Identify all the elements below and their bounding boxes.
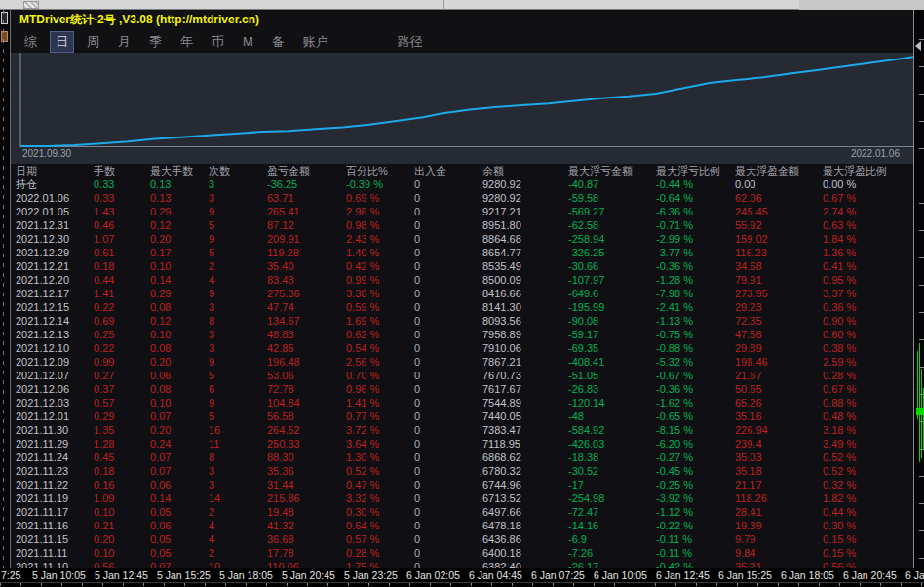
menu-item-M[interactable]: M <box>238 33 258 50</box>
menu-item-路径[interactable]: 路径 <box>393 32 428 52</box>
menu-item-日[interactable]: 日 <box>51 32 73 52</box>
table-body[interactable]: 持仓0.330.133-36.25-0.39 %09280.92-40.87-0… <box>11 177 914 568</box>
row-date: 2022.01.05 <box>16 205 94 218</box>
row-cell: 0.07 <box>150 560 209 568</box>
row-cell: 1.07 <box>94 232 150 246</box>
table-header-row: 日期手数最大手数次数盈亏金额百分比%出入金余额最大浮亏金额最大浮亏比例最大浮盈金… <box>11 164 914 177</box>
row-cell: 0 <box>414 205 482 218</box>
row-cell: 0 <box>414 560 482 568</box>
table-row[interactable]: 2021.11.240.450.07888.301.30 %06868.62-1… <box>11 450 914 464</box>
row-cell: -0.11 % <box>656 546 735 560</box>
row-cell: 0.29 <box>150 205 209 218</box>
row-cell: 8416.66 <box>482 287 568 300</box>
row-cell: 35.36 <box>267 464 346 478</box>
row-cell: -0.27 % <box>656 450 735 464</box>
table-row[interactable]: 2021.11.170.100.05219.480.30 %06497.66-7… <box>11 505 914 519</box>
row-cell: 0 <box>414 314 482 328</box>
table-row[interactable]: 2021.12.171.410.299275.363.38 %08416.66-… <box>11 287 914 300</box>
row-cell: 2 <box>209 546 267 560</box>
row-date: 2022.01.06 <box>16 191 94 205</box>
table-row[interactable]: 2021.12.060.370.08672.780.96 %07617.67-2… <box>11 382 914 396</box>
background-chart-left-edge <box>0 10 10 568</box>
row-cell: 5 <box>209 410 267 423</box>
table-row[interactable]: 2021.11.160.210.06441.320.64 %06478.18-1… <box>11 519 914 532</box>
table-row[interactable]: 2021.11.220.160.06331.440.47 %06744.96-1… <box>11 478 914 491</box>
table-row[interactable]: 2021.11.230.180.07335.360.52 %06780.32-3… <box>11 464 914 478</box>
row-cell: 0.30 % <box>346 505 414 519</box>
row-cell: 7867.21 <box>482 355 568 369</box>
row-cell: 1.30 % <box>346 450 414 464</box>
row-cell: 8654.77 <box>482 246 568 259</box>
column-header: 最大浮亏金额 <box>568 164 656 177</box>
table-row[interactable]: 2021.12.100.220.08342.850.54 %07910.06-6… <box>11 341 914 355</box>
table-row[interactable]: 2021.12.210.180.10235.400.42 %08535.49-3… <box>11 259 914 273</box>
mtdriver-stats-window: MTDriver统计-2号 ,V3.08 (http://mtdriver.cn… <box>10 10 914 568</box>
table-row[interactable]: 2022.01.051.430.299265.412.96 %09217.21-… <box>11 205 914 218</box>
menu-item-年[interactable]: 年 <box>175 32 198 52</box>
row-date: 2021.12.10 <box>16 341 94 355</box>
row-cell: -408.41 <box>568 355 656 369</box>
table-row[interactable]: 2021.11.110.100.05217.780.28 %06400.18-7… <box>11 546 914 560</box>
row-cell: 0 <box>414 437 482 450</box>
table-row[interactable]: 持仓0.330.133-36.25-0.39 %09280.92-40.87-0… <box>11 177 914 191</box>
table-row[interactable]: 2021.12.301.070.209209.912.43 %08864.68-… <box>11 232 914 246</box>
row-cell: 3 <box>209 464 267 478</box>
row-cell: 47.74 <box>267 300 346 314</box>
menu-item-月[interactable]: 月 <box>113 32 135 52</box>
row-cell: 1.84 % <box>823 232 910 246</box>
time-axis-label: 5 Jan 10:05 <box>32 569 86 581</box>
menu-item-币[interactable]: 币 <box>207 32 229 52</box>
menu-item-备[interactable]: 备 <box>267 32 289 52</box>
row-cell: 35.21 <box>735 560 823 568</box>
table-row[interactable]: 2021.11.150.200.05436.680.57 %06436.86-6… <box>11 532 914 546</box>
row-cell: 36.68 <box>267 532 346 546</box>
menu-item-账户[interactable]: 账户 <box>298 32 333 52</box>
table-row[interactable]: 2021.11.191.090.1414215.863.32 %06713.52… <box>11 491 914 505</box>
row-cell: 9.79 <box>735 532 823 546</box>
table-row[interactable]: 2021.12.070.270.06553.060.70 %07670.73-5… <box>11 369 914 382</box>
row-cell: -30.52 <box>568 464 656 478</box>
row-cell: 0.12 <box>150 218 209 232</box>
window-title: MTDriver统计-2号 ,V3.08 (http://mtdriver.cn… <box>11 10 913 29</box>
row-cell: 110.06 <box>267 560 346 568</box>
table-row[interactable]: 2021.11.291.280.2411250.333.64 %07118.95… <box>11 437 914 450</box>
row-cell: 0.67 % <box>823 191 910 205</box>
row-cell: -6.36 % <box>656 205 735 218</box>
row-cell: -26.83 <box>568 382 656 396</box>
menu-item-综[interactable]: 综 <box>19 32 42 52</box>
table-row[interactable]: 2021.11.100.560.0710110.061.75 %06382.40… <box>11 560 914 568</box>
table-row[interactable]: 2021.12.310.460.12587.120.98 %08951.80-6… <box>11 218 914 232</box>
row-cell: 0.27 <box>94 369 150 382</box>
row-cell: -258.94 <box>568 232 656 246</box>
row-cell: -2.99 % <box>656 232 735 246</box>
table-row[interactable]: 2021.12.200.440.14483.430.99 %08500.09-1… <box>11 273 914 287</box>
table-row[interactable]: 2021.12.010.290.07556.580.77 %07440.05-4… <box>11 410 914 423</box>
balance-curve-svg <box>11 53 914 164</box>
table-row[interactable]: 2021.12.090.990.209196.482.56 %07867.21-… <box>11 355 914 369</box>
row-cell: 6780.32 <box>482 464 568 478</box>
row-cell: 0 <box>414 259 482 273</box>
table-row[interactable]: 2021.12.150.220.08347.740.59 %08141.30-1… <box>11 300 914 314</box>
row-cell: 3.18 % <box>823 423 910 437</box>
table-row[interactable]: 2021.12.290.610.175119.281.40 %08654.77-… <box>11 246 914 259</box>
row-cell: 159.02 <box>735 232 823 246</box>
row-cell: 0 <box>414 218 482 232</box>
row-cell: 273.95 <box>735 287 823 300</box>
table-row[interactable]: 2021.12.140.690.128134.671.69 %08093.56-… <box>11 314 914 328</box>
row-cell: -72.47 <box>568 505 656 519</box>
row-cell: 0.08 <box>150 341 209 355</box>
row-cell: -0.44 % <box>656 177 735 191</box>
row-cell: 14 <box>209 491 267 505</box>
row-cell: 0.22 <box>94 341 150 355</box>
menu-item-周[interactable]: 周 <box>82 32 104 52</box>
row-cell: 11 <box>209 437 267 450</box>
table-row[interactable]: 2021.12.030.570.109104.841.41 %07544.89-… <box>11 396 914 410</box>
row-cell: -5.32 % <box>656 355 735 369</box>
row-cell: 4 <box>209 273 267 287</box>
menu-item-季[interactable]: 季 <box>144 32 167 52</box>
table-row[interactable]: 2022.01.060.330.13363.710.69 %09280.92-5… <box>11 191 914 205</box>
table-row[interactable]: 2021.11.301.350.2016264.523.72 %07383.47… <box>11 423 914 437</box>
row-cell: 29.23 <box>735 300 823 314</box>
table-row[interactable]: 2021.12.130.250.10348.830.62 %07958.89-5… <box>11 328 914 341</box>
row-cell: 0.06 <box>150 478 209 491</box>
